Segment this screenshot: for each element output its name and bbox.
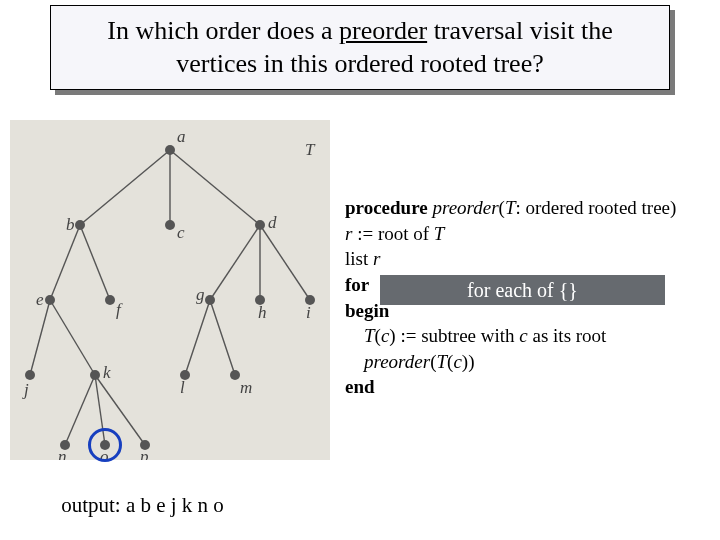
output-text: output: a b e j k n o <box>61 493 224 517</box>
for-each-overlay-text: for each of {} <box>467 279 578 302</box>
svg-point-17 <box>165 220 175 230</box>
node-f-label: f <box>116 300 123 319</box>
node-g-label: g <box>196 285 205 304</box>
tree-diagram: a T b c d e f g h i j k l m n o p <box>10 120 330 460</box>
svg-line-8 <box>30 300 50 375</box>
svg-line-7 <box>260 225 310 300</box>
node-e-label: e <box>36 290 44 309</box>
algo-line-3: list r <box>345 246 676 272</box>
node-j-label: j <box>22 380 29 399</box>
svg-line-11 <box>210 300 235 375</box>
svg-point-16 <box>75 220 85 230</box>
svg-point-20 <box>105 295 115 305</box>
node-b-label: b <box>66 215 75 234</box>
algo-line-8: end <box>345 374 676 400</box>
node-m-label: m <box>240 378 252 397</box>
svg-point-15 <box>165 145 175 155</box>
svg-line-9 <box>50 300 95 375</box>
algo-line-1: procedure preorder(T: ordered rooted tre… <box>345 195 676 221</box>
output-box: output: a b e j k n o <box>35 490 250 521</box>
node-i-label: i <box>306 303 311 322</box>
title-underlined: preorder <box>339 16 427 45</box>
for-each-overlay: for each of {} <box>380 275 665 305</box>
node-a-label: a <box>177 127 186 146</box>
algo-line-7: preorder(T(c)) <box>345 349 676 375</box>
svg-line-3 <box>50 225 80 300</box>
node-n-label: n <box>58 447 67 460</box>
svg-point-18 <box>255 220 265 230</box>
node-c-label: c <box>177 223 185 242</box>
algo-line-2: r := root of T <box>345 221 676 247</box>
node-d-label: d <box>268 213 277 232</box>
svg-point-27 <box>230 370 240 380</box>
node-h-label: h <box>258 303 267 322</box>
title-box: In which order does a preorder traversal… <box>50 5 670 90</box>
svg-point-25 <box>90 370 100 380</box>
title-text: In which order does a preorder traversal… <box>71 15 649 80</box>
svg-line-5 <box>210 225 260 300</box>
svg-line-10 <box>185 300 210 375</box>
tree-T-label: T <box>305 140 316 159</box>
svg-line-4 <box>80 225 110 300</box>
highlight-circle-o <box>88 428 122 462</box>
algo-line-6: T(c) := subtree with c as its root <box>345 323 676 349</box>
svg-line-0 <box>80 150 170 225</box>
svg-point-21 <box>205 295 215 305</box>
node-p-label: p <box>139 447 149 460</box>
node-k-label: k <box>103 363 111 382</box>
svg-point-19 <box>45 295 55 305</box>
svg-point-24 <box>25 370 35 380</box>
title-pre: In which order does a <box>107 16 339 45</box>
node-l-label: l <box>180 378 185 397</box>
svg-line-2 <box>170 150 260 225</box>
